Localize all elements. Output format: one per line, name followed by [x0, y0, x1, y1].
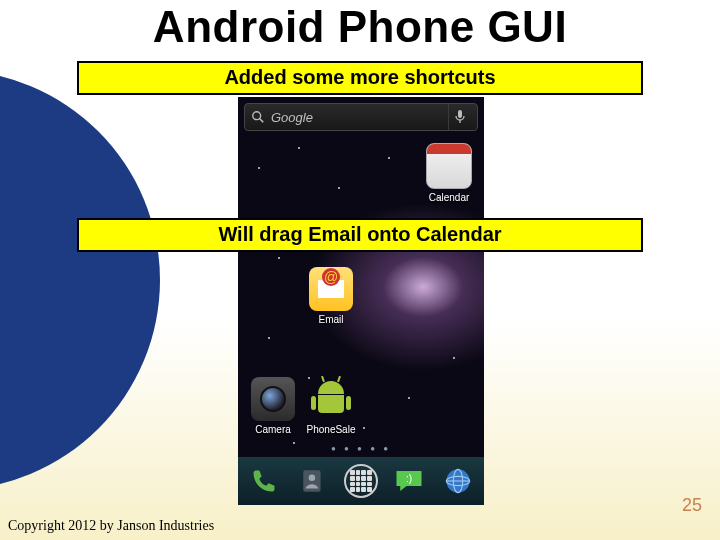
callout-drag-email: Will drag Email onto Calendar	[77, 218, 643, 252]
google-search-bar[interactable]: Google	[244, 103, 478, 131]
phonesale-app-icon[interactable]: PhoneSale	[306, 377, 356, 435]
svg-line-1	[260, 119, 264, 123]
svg-point-5	[308, 475, 315, 482]
search-placeholder: Google	[271, 110, 313, 125]
email-app-icon[interactable]: Email	[306, 267, 356, 325]
email-label: Email	[306, 314, 356, 325]
phone-dock: :)	[238, 457, 484, 505]
svg-point-0	[253, 112, 261, 120]
phone-wallpaper: Google Calendar Email Camera	[238, 97, 484, 505]
mic-icon[interactable]	[448, 104, 471, 130]
page-indicator: ● ● ● ● ●	[238, 444, 484, 453]
dock-contacts[interactable]	[293, 461, 333, 501]
calendar-app-icon[interactable]: Calendar	[424, 143, 474, 203]
apps-grid-icon	[344, 464, 378, 498]
dock-browser[interactable]	[438, 461, 478, 501]
svg-text::): :)	[406, 473, 412, 484]
dock-phone[interactable]	[244, 461, 284, 501]
svg-rect-2	[458, 110, 462, 118]
slide-title: Android Phone GUI	[0, 2, 720, 52]
phone-mockup: Google Calendar Email Camera	[238, 97, 484, 505]
dock-messaging[interactable]: :)	[389, 461, 429, 501]
search-icon	[251, 110, 265, 124]
android-icon	[315, 381, 347, 417]
phonesale-label: PhoneSale	[306, 424, 356, 435]
callout-added-shortcuts: Added some more shortcuts	[77, 61, 643, 95]
camera-app-icon[interactable]: Camera	[248, 377, 298, 435]
page-number: 25	[682, 495, 702, 516]
copyright-text: Copyright 2012 by Janson Industries	[8, 518, 214, 534]
calendar-label: Calendar	[424, 192, 474, 203]
dock-apps[interactable]	[341, 461, 381, 501]
camera-label: Camera	[248, 424, 298, 435]
